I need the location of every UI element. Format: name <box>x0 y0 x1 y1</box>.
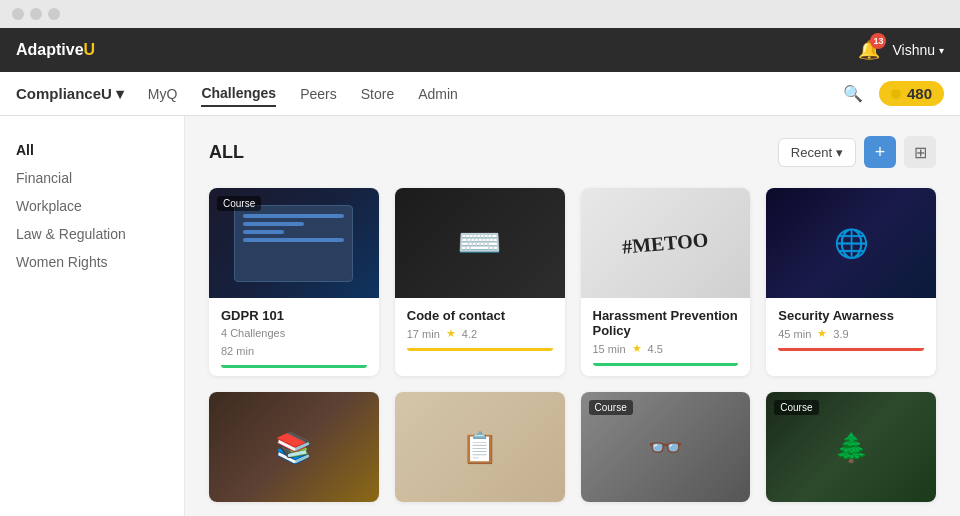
card-gdpr101-subtitle: 4 Challenges <box>221 327 367 339</box>
sidebar: All Financial Workplace Law & Regulation… <box>0 116 185 516</box>
nav-item-peers[interactable]: Peers <box>300 82 337 106</box>
gdpr-line4 <box>243 238 344 242</box>
titlebar <box>0 0 960 28</box>
card-harassment[interactable]: #METOO Harassment Prevention Policy 15 m… <box>581 188 751 376</box>
card-code-meta: 17 min ★ 4.2 <box>407 327 553 340</box>
header-controls: Recent ▾ + ⊞ <box>778 136 936 168</box>
sidebar-item-law[interactable]: Law & Regulation <box>16 220 168 248</box>
course-label: Course <box>774 400 818 415</box>
card-code-of-contact[interactable]: ⌨️ Code of contact 17 min ★ 4.2 <box>395 188 565 376</box>
card-gdpr101-image: Course <box>209 188 379 298</box>
content-area: ALL Recent ▾ + ⊞ Course <box>185 116 960 516</box>
grid-icon: ⊞ <box>914 143 927 162</box>
stamp-icon: 📋 <box>461 430 498 465</box>
card-code-rating: 4.2 <box>462 328 477 340</box>
subnav-right: 🔍 480 <box>843 81 944 106</box>
card-gdpr101-time: 82 min <box>221 345 254 357</box>
card-forest-image: Course 🌲 <box>766 392 936 502</box>
add-icon: + <box>875 142 886 163</box>
card-code-bar <box>407 348 553 351</box>
card-security-title: Security Awarness <box>778 308 924 323</box>
secondary-navbar: ComplianceU ▾ MyQ Challenges Peers Store… <box>0 72 960 116</box>
card-gdpr101-body: GDPR 101 4 Challenges 82 min <box>209 298 379 376</box>
close-dot <box>12 8 24 20</box>
sidebar-item-women-rights[interactable]: Women Rights <box>16 248 168 276</box>
hands-icon: ⌨️ <box>457 222 502 264</box>
glasses-icon: 👓 <box>648 431 683 464</box>
card-harassment-bar <box>593 363 739 366</box>
subnav-brand-chevron: ▾ <box>116 85 124 103</box>
grid-view-button[interactable]: ⊞ <box>904 136 936 168</box>
sidebar-item-all[interactable]: All <box>16 136 168 164</box>
card-code-title: Code of contact <box>407 308 553 323</box>
card-forest[interactable]: Course 🌲 <box>766 392 936 502</box>
card-glasses[interactable]: Course 👓 <box>581 392 751 502</box>
brand-u: U <box>84 41 96 58</box>
topnav-right: 🔔 13 Vishnu ▾ <box>858 39 944 61</box>
card-harassment-meta: 15 min ★ 4.5 <box>593 342 739 355</box>
sort-label: Recent <box>791 145 832 160</box>
card-stamp[interactable]: 📋 <box>395 392 565 502</box>
star-icon: ★ <box>817 327 827 340</box>
card-security-rating: 3.9 <box>833 328 848 340</box>
notification-badge: 13 <box>870 33 886 49</box>
course-label: Course <box>589 400 633 415</box>
library-icon: 📚 <box>275 430 312 465</box>
star-icon: ★ <box>632 342 642 355</box>
card-harassment-image: #METOO <box>581 188 751 298</box>
top-navbar: AdaptiveU 🔔 13 Vishnu ▾ <box>0 28 960 72</box>
map-icon: 🌐 <box>834 227 869 260</box>
user-name: Vishnu <box>892 42 935 58</box>
card-security-bar <box>778 348 924 351</box>
sort-recent-button[interactable]: Recent ▾ <box>778 138 856 167</box>
subnav-brand[interactable]: ComplianceU ▾ <box>16 85 124 103</box>
brand-name: AdaptiveU <box>16 41 95 59</box>
card-security-meta: 45 min ★ 3.9 <box>778 327 924 340</box>
main-layout: All Financial Workplace Law & Regulation… <box>0 116 960 516</box>
maximize-dot <box>48 8 60 20</box>
card-security-time: 45 min <box>778 328 811 340</box>
sort-chevron-icon: ▾ <box>836 145 843 160</box>
card-library[interactable]: 📚 <box>209 392 379 502</box>
card-glasses-image: Course 👓 <box>581 392 751 502</box>
card-code-time: 17 min <box>407 328 440 340</box>
gdpr-line1 <box>243 214 344 218</box>
gdpr-line2 <box>243 222 303 226</box>
coins-value: 480 <box>907 85 932 102</box>
notification-button[interactable]: 🔔 13 <box>858 39 880 61</box>
subnav-left: ComplianceU ▾ MyQ Challenges Peers Store… <box>16 81 458 107</box>
card-gdpr101-bar <box>221 365 367 368</box>
forest-icon: 🌲 <box>834 431 869 464</box>
nav-item-admin[interactable]: Admin <box>418 82 458 106</box>
coin-icon <box>891 89 901 99</box>
nav-item-myq[interactable]: MyQ <box>148 82 178 106</box>
star-icon: ★ <box>446 327 456 340</box>
subnav-brand-label: ComplianceU <box>16 85 112 102</box>
card-gdpr101-meta: 82 min <box>221 345 367 357</box>
chevron-down-icon: ▾ <box>939 45 944 56</box>
content-header: ALL Recent ▾ + ⊞ <box>209 136 936 168</box>
content-title: ALL <box>209 142 244 163</box>
add-button[interactable]: + <box>864 136 896 168</box>
card-harassment-body: Harassment Prevention Policy 15 min ★ 4.… <box>581 298 751 374</box>
sidebar-item-financial[interactable]: Financial <box>16 164 168 192</box>
card-security[interactable]: 🌐 Security Awarness 45 min ★ 3.9 <box>766 188 936 376</box>
coins-badge: 480 <box>879 81 944 106</box>
card-security-image: 🌐 <box>766 188 936 298</box>
metoo-text: #METOO <box>621 228 709 258</box>
card-harassment-time: 15 min <box>593 343 626 355</box>
card-gdpr101-title: GDPR 101 <box>221 308 367 323</box>
card-harassment-title: Harassment Prevention Policy <box>593 308 739 338</box>
search-button[interactable]: 🔍 <box>843 84 863 103</box>
minimize-dot <box>30 8 42 20</box>
course-grid-row2: 📚 📋 Course 👓 Course 🌲 <box>209 392 936 502</box>
sidebar-item-workplace[interactable]: Workplace <box>16 192 168 220</box>
user-menu-button[interactable]: Vishnu ▾ <box>892 42 944 58</box>
card-security-body: Security Awarness 45 min ★ 3.9 <box>766 298 936 359</box>
card-gdpr101[interactable]: Course GDPR 101 4 Challenges 82 min <box>209 188 379 376</box>
course-label: Course <box>217 196 261 211</box>
card-code-image: ⌨️ <box>395 188 565 298</box>
course-grid-row1: Course GDPR 101 4 Challenges 82 min <box>209 188 936 376</box>
nav-item-store[interactable]: Store <box>361 82 394 106</box>
nav-item-challenges[interactable]: Challenges <box>201 81 276 107</box>
